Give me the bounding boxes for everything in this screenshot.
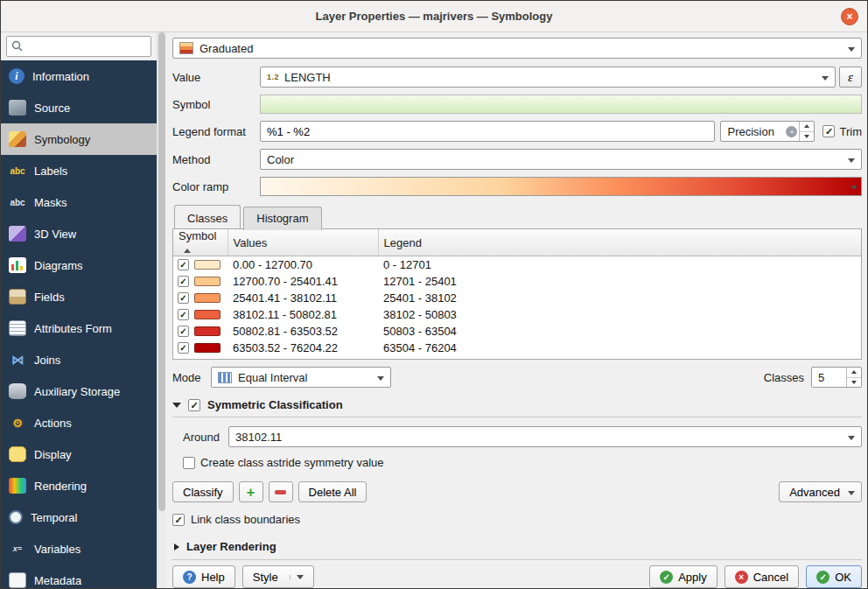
class-legend[interactable]: 38102 - 50803 <box>378 306 861 323</box>
cancel-button[interactable]: × Cancel <box>724 565 799 588</box>
class-visibility-checkbox[interactable]: ✓ <box>178 276 189 287</box>
spin-down-button[interactable] <box>847 378 861 388</box>
sidebar-item-labels[interactable]: abcLabels <box>1 155 157 186</box>
color-ramp-combo[interactable] <box>260 177 862 196</box>
rendering-icon <box>9 478 26 494</box>
scrollbar-thumb[interactable] <box>158 32 165 511</box>
legend-format-input[interactable] <box>260 121 715 142</box>
sidebar-scrollbar[interactable] <box>157 32 165 589</box>
symbol-preview[interactable] <box>260 95 862 114</box>
layer-rendering-group[interactable]: Layer Rendering <box>172 540 862 560</box>
help-icon: ? <box>183 571 196 584</box>
class-values[interactable]: 0.00 - 12700.70 <box>228 256 378 274</box>
method-label: Method <box>172 153 260 166</box>
plus-icon: + <box>247 485 256 500</box>
class-legend[interactable]: 63504 - 76204 <box>378 340 861 356</box>
class-legend[interactable]: 25401 - 38102 <box>378 290 861 306</box>
method-combo[interactable]: Color <box>260 149 862 170</box>
clear-icon[interactable]: × <box>786 126 797 137</box>
class-legend[interactable]: 0 - 12701 <box>378 256 861 274</box>
sidebar-item-display[interactable]: Display <box>1 438 157 470</box>
class-visibility-checkbox[interactable]: ✓ <box>178 309 189 320</box>
mode-combo[interactable]: Equal Interval <box>211 367 391 388</box>
expression-builder-button[interactable]: ε <box>839 67 862 88</box>
class-row[interactable]: ✓12700.70 - 25401.4112701 - 25401 <box>173 273 861 290</box>
group-divider <box>172 417 862 417</box>
sidebar-item-rendering[interactable]: Rendering <box>1 470 157 501</box>
ok-button[interactable]: ✓ OK <box>806 565 862 588</box>
spin-down-button[interactable] <box>800 132 814 142</box>
class-color-swatch[interactable] <box>194 326 220 336</box>
class-visibility-checkbox[interactable]: ✓ <box>178 292 189 304</box>
help-button[interactable]: ? Help <box>172 565 235 588</box>
expand-arrow-icon[interactable] <box>174 543 179 550</box>
class-row[interactable]: ✓63503.52 - 76204.2263504 - 76204 <box>173 340 861 356</box>
symmetric-classification-checkbox[interactable]: ✓ <box>188 399 200 411</box>
sidebar-item-masks[interactable]: abcMasks <box>1 186 157 218</box>
classify-button[interactable]: Classify <box>172 481 234 502</box>
value-field-combo[interactable]: 1.2 LENGTH <box>260 67 836 88</box>
class-values[interactable]: 25401.41 - 38102.11 <box>228 290 378 306</box>
class-row[interactable]: ✓38102.11 - 50802.8138102 - 50803 <box>173 306 861 323</box>
sidebar-item-diagrams[interactable]: Diagrams <box>1 249 157 281</box>
column-header-symbol[interactable]: Symbol <box>173 229 228 256</box>
astride-checkbox[interactable] <box>183 457 195 469</box>
equal-interval-icon <box>218 372 232 383</box>
class-values[interactable]: 63503.52 - 76204.22 <box>228 340 378 356</box>
class-row[interactable]: ✓50802.81 - 63503.5250803 - 63504 <box>173 323 861 340</box>
sidebar-item-actions[interactable]: ⚙Actions <box>1 407 157 438</box>
trim-checkbox[interactable]: ✓ <box>822 125 835 137</box>
sidebar-item-temporal[interactable]: Temporal <box>1 501 157 533</box>
link-class-boundaries-checkbox[interactable]: ✓ <box>172 514 185 526</box>
spin-up-button[interactable] <box>847 368 861 378</box>
class-color-swatch[interactable] <box>194 293 220 303</box>
class-values[interactable]: 38102.11 - 50802.81 <box>228 306 378 323</box>
add-class-button[interactable]: + <box>239 481 263 502</box>
class-visibility-checkbox[interactable]: ✓ <box>178 326 189 337</box>
delete-all-button[interactable]: Delete All <box>298 481 368 502</box>
arrow-down-icon <box>851 381 857 384</box>
style-dropdown[interactable] <box>290 575 304 579</box>
sidebar-item-attributes-form[interactable]: Attributes Form <box>1 312 157 344</box>
sidebar-item-symbology[interactable]: Symbology <box>1 123 157 155</box>
titlebar[interactable]: Layer Properties — majrivers — Symbology… <box>1 1 867 32</box>
sidebar-search-input[interactable] <box>6 36 151 57</box>
sidebar-item-fields[interactable]: Fields <box>1 281 157 312</box>
sidebar-item-metadata[interactable]: Metadata <box>1 564 157 589</box>
remove-class-button[interactable] <box>269 481 293 502</box>
spin-up-button[interactable] <box>800 122 814 132</box>
class-row[interactable]: ✓0.00 - 12700.700 - 12701 <box>173 256 861 274</box>
close-button[interactable]: × <box>841 8 858 25</box>
class-values[interactable]: 12700.70 - 25401.41 <box>228 273 378 290</box>
class-color-swatch[interactable] <box>194 260 220 270</box>
tab-histogram[interactable]: Histogram <box>243 207 321 230</box>
apply-button[interactable]: ✓ Apply <box>649 565 718 588</box>
renderer-combo[interactable]: Graduated <box>172 38 862 59</box>
class-visibility-checkbox[interactable]: ✓ <box>178 259 189 270</box>
class-color-swatch[interactable] <box>194 343 220 353</box>
class-visibility-checkbox[interactable]: ✓ <box>178 342 189 354</box>
class-color-swatch[interactable] <box>194 310 220 319</box>
sidebar-item-source[interactable]: Source <box>1 92 157 123</box>
chevron-down-icon <box>848 158 855 163</box>
tab-classes[interactable]: Classes <box>174 205 241 228</box>
class-values[interactable]: 50802.81 - 63503.52 <box>228 323 378 340</box>
sidebar-item-variables[interactable]: x=Variables <box>1 533 157 564</box>
column-header-values[interactable]: Values <box>228 229 378 256</box>
style-button[interactable]: Style <box>242 565 314 588</box>
precision-spinbox[interactable]: Precision × <box>720 121 815 142</box>
sidebar-item-3d-view[interactable]: 3D View <box>1 218 157 249</box>
collapse-arrow-icon[interactable] <box>172 403 181 408</box>
sidebar-item-label: Rendering <box>34 480 87 493</box>
classes-count-spinbox[interactable]: 5 <box>811 367 862 388</box>
around-value-combo[interactable]: 38102.11 <box>228 426 862 447</box>
class-row[interactable]: ✓25401.41 - 38102.1125401 - 38102 <box>173 290 861 306</box>
class-color-swatch[interactable] <box>194 277 220 286</box>
advanced-button[interactable]: Advanced <box>779 481 862 502</box>
sidebar-item-auxiliary-storage[interactable]: Auxiliary Storage <box>1 375 157 407</box>
column-header-legend[interactable]: Legend <box>378 229 861 256</box>
sidebar-item-information[interactable]: iInformation <box>1 60 157 92</box>
sidebar-item-joins[interactable]: ⋈Joins <box>1 344 157 375</box>
class-legend[interactable]: 50803 - 63504 <box>378 323 861 340</box>
class-legend[interactable]: 12701 - 25401 <box>378 273 861 290</box>
